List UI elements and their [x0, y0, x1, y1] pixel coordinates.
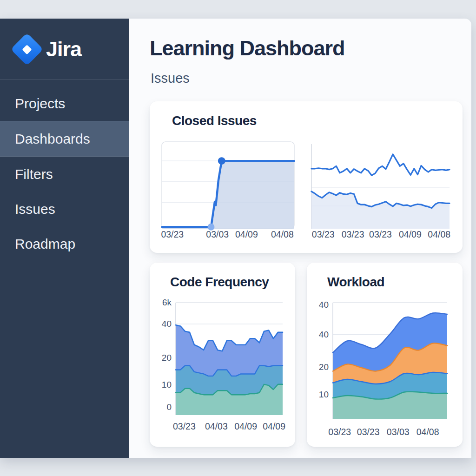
svg-text:04/08: 04/08: [271, 229, 294, 239]
jira-diamond-icon: [11, 33, 44, 66]
svg-text:03/03: 03/03: [387, 427, 410, 437]
svg-text:04/03: 04/03: [205, 421, 228, 431]
svg-text:03/23: 03/23: [357, 427, 380, 437]
page-title: Learning Dashboard: [150, 36, 345, 60]
jira-logo[interactable]: Jira: [0, 19, 129, 80]
closed-issues-step-chart: 03/2303/0304/0904/08: [161, 141, 295, 242]
code-frequency-card: Code Frequency 6k402010003/2304/0304/090…: [150, 263, 295, 447]
svg-text:40: 40: [319, 330, 329, 339]
svg-text:0: 0: [166, 402, 172, 412]
app-window: Jira Projects Dashboards Filters Issues …: [0, 19, 471, 458]
sidebar-item-dashboards[interactable]: Dashboards: [0, 121, 129, 157]
sidebar-item-label: Issues: [15, 201, 55, 217]
svg-text:04/08: 04/08: [428, 229, 450, 239]
closed-issues-card: Closed Issues 03/2303/0304/0904/08 03/23…: [150, 101, 463, 253]
svg-text:03/23: 03/23: [369, 229, 392, 239]
svg-text:20: 20: [319, 362, 329, 372]
sidebar-item-filters[interactable]: Filters: [0, 157, 129, 192]
sidebar-item-label: Projects: [15, 96, 65, 112]
svg-text:03/23: 03/23: [312, 229, 335, 239]
sidebar-item-label: Filters: [15, 166, 53, 182]
page-subtitle: Issues: [151, 71, 190, 86]
sidebar: Jira Projects Dashboards Filters Issues …: [0, 19, 129, 458]
svg-text:04/09: 04/09: [399, 229, 422, 239]
svg-text:04/08: 04/08: [416, 427, 439, 437]
svg-text:03/03: 03/03: [206, 229, 229, 239]
svg-text:40: 40: [319, 300, 329, 310]
svg-text:03/23: 03/23: [342, 229, 364, 239]
workload-chart: 4040201003/2303/2303/0304/08: [312, 299, 452, 439]
svg-text:10: 10: [319, 390, 329, 399]
jira-diamond-hole: [22, 44, 32, 54]
code-frequency-card-title: Code Frequency: [170, 275, 269, 290]
main-content: Learning Dashboard Issues Closed Issues …: [129, 19, 471, 458]
sidebar-item-issues[interactable]: Issues: [0, 192, 129, 226]
screen: Jira Projects Dashboards Filters Issues …: [0, 0, 476, 476]
svg-text:03/23: 03/23: [328, 427, 351, 437]
svg-text:20: 20: [162, 353, 172, 363]
svg-text:03/23: 03/23: [161, 229, 184, 239]
svg-text:10: 10: [162, 380, 172, 390]
sidebar-item-roadmap[interactable]: Roadmap: [0, 226, 129, 261]
svg-text:04/09: 04/09: [263, 421, 285, 431]
code-frequency-chart: 6k402010003/2304/0304/0904/09: [157, 299, 285, 434]
workload-card-title: Workload: [327, 275, 384, 290]
sidebar-item-label: Dashboards: [15, 131, 90, 147]
closed-issues-trend-chart: 03/2303/2303/2304/0904/08: [308, 141, 450, 242]
closed-issues-card-title: Closed Issues: [172, 113, 257, 128]
brand-name: Jira: [46, 37, 81, 61]
svg-text:04/09: 04/09: [235, 229, 258, 239]
sidebar-item-projects[interactable]: Projects: [0, 86, 129, 121]
svg-text:04/09: 04/09: [234, 421, 257, 431]
sidebar-item-label: Roadmap: [15, 236, 75, 252]
svg-text:40: 40: [162, 319, 172, 329]
svg-text:6k: 6k: [162, 299, 172, 307]
sidebar-nav: Projects Dashboards Filters Issues Roadm…: [0, 80, 129, 261]
svg-text:03/23: 03/23: [173, 421, 196, 431]
workload-card: Workload 4040201003/2303/2303/0304/08: [307, 263, 463, 447]
